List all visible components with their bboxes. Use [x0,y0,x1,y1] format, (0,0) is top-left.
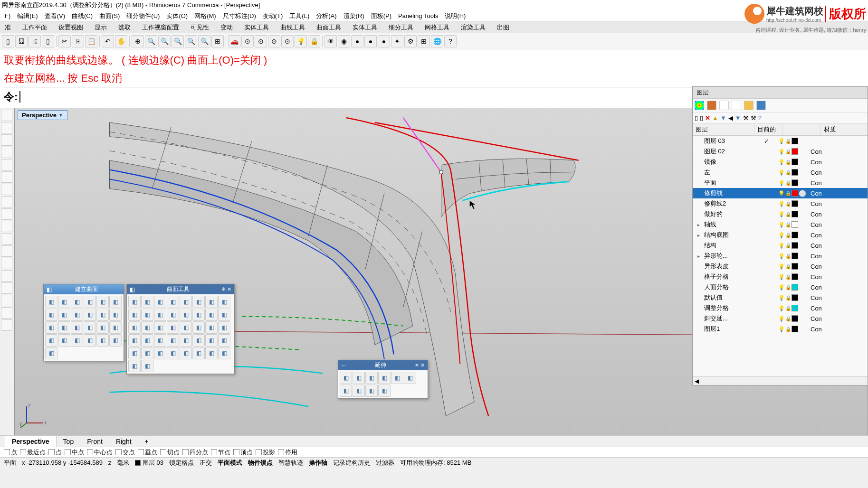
toolbar-button[interactable]: ▯ [42,35,54,47]
layer-state-icons[interactable]: 💡🔒 [778,284,807,291]
layer-state-icons[interactable]: 💡🔒 [778,263,807,270]
panel-tool-icon[interactable]: ◧ [58,334,70,347]
osnap-option[interactable]: 垂点 [138,448,157,457]
osnap-option[interactable]: 点 [48,448,62,457]
delete-layer-icon[interactable]: ✕ [705,114,710,122]
menu-item[interactable]: F) [2,11,13,20]
panel-tool-icon[interactable]: ◧ [128,321,141,334]
osnap-option[interactable]: 节点 [211,448,230,457]
layer-print-icon[interactable] [732,101,741,110]
panel-tool-icon[interactable]: ◧ [218,347,230,359]
panel-tool-icon[interactable]: ◧ [180,309,192,321]
layer-material[interactable]: Con [807,326,868,333]
header-material[interactable]: 材质 [821,124,854,135]
viewport-tab[interactable]: Top [57,436,81,447]
toolbar-button[interactable]: 🔍 [158,35,171,47]
tool-tab[interactable]: 可见性 [191,23,209,32]
panel-tool-icon[interactable]: ◧ [141,360,153,372]
toolbar-button[interactable]: 🔍 [198,35,210,47]
layer-color-swatch[interactable] [792,190,798,197]
panel-tool-icon[interactable]: ◧ [96,321,109,334]
status-gumball[interactable]: 操作轴 [309,459,327,467]
status-plane[interactable]: 平面 [4,459,16,467]
tool-tab[interactable]: 显示 [95,23,107,32]
toolbar-button[interactable]: ⊙ [268,35,280,47]
tool-tab[interactable]: 工作平面 [22,23,47,32]
panel-tool-icon[interactable]: ◧ [45,321,57,334]
layer-color-swatch[interactable] [792,232,798,238]
toolbar-button[interactable]: ◉ [338,35,350,47]
panel-tool-icon[interactable]: ◧ [192,296,205,308]
layer-row[interactable]: ▸异形轮...💡🔒Con [693,251,868,261]
tool-tab[interactable]: 准 [5,23,11,32]
status-history[interactable]: 记录建构历史 [333,459,370,467]
layer-material[interactable]: Con [807,253,868,260]
panel-tool-icon[interactable]: ◧ [128,334,141,347]
panel-tool-icon[interactable]: ◧ [378,372,391,384]
toolbar-button[interactable]: ● [364,35,377,47]
panel-tool-icon[interactable]: ◧ [141,334,153,347]
layer-state-icons[interactable]: 💡🔒 [778,242,807,249]
layer-row[interactable]: 修剪线2💡🔒Con [693,198,868,209]
layer-material[interactable]: Con [807,273,868,281]
viewport-tab[interactable]: Perspective [5,436,57,447]
toolbar-button[interactable]: ⊙ [255,35,267,47]
new-layer-icon[interactable]: ▯ [695,114,698,122]
side-tool-button[interactable] [1,171,12,183]
checkbox-icon[interactable] [160,449,166,455]
help-icon[interactable]: ? [758,114,762,122]
menu-item[interactable]: Paneling Tools [395,11,441,20]
layers-panel[interactable]: 图层 ▯ ▯ ✕ ▲ ▼ ◀ ▼ ⚒ ⚒ ? 图层 目前的 材质 图层 03✓💡… [692,86,868,385]
side-tool-button[interactable] [1,282,12,294]
layer-linetype-icon[interactable] [719,101,729,110]
layer-material[interactable]: Con [807,242,868,249]
panel-tool-icon[interactable]: ◧ [109,309,122,321]
layers-hscroll[interactable]: ◀ [693,376,868,385]
layer-row[interactable]: 左💡🔒Con [693,167,868,178]
layer-material[interactable]: Con [807,211,868,218]
layer-state-icons[interactable]: 💡🔒 [778,211,807,217]
status-unit[interactable]: 毫米 [117,459,129,467]
chevron-down-icon[interactable]: ▼ [58,113,63,118]
side-tool-button[interactable] [1,245,12,257]
panel-tool-icon[interactable]: ◧ [205,334,218,347]
toolbar-button[interactable]: ⊞ [211,35,224,47]
panel-tool-icon[interactable]: ◧ [391,372,403,384]
toolbar-button[interactable]: 🖫 [15,35,28,47]
settings-icon[interactable] [756,101,766,110]
add-viewport-tab[interactable]: + [138,436,155,447]
panel-tool-icon[interactable]: ◧ [167,334,179,347]
layer-state-icons[interactable]: 💡🔒 [778,273,807,280]
panel-tool-icon[interactable]: ◧ [218,296,230,308]
status-smart[interactable]: 智慧轨迹 [278,459,303,467]
layer-state-icons[interactable]: 💡🔒 [778,159,807,165]
checkbox-icon[interactable] [138,449,144,455]
toolbar-button[interactable]: ✂ [58,35,71,47]
toolbar-button[interactable]: ⊙ [241,35,254,47]
checkbox-icon[interactable] [4,449,10,455]
side-tool-button[interactable] [1,110,12,121]
panel-tool-icon[interactable]: ◧ [378,385,391,397]
panel-tool-icon[interactable]: ◧ [154,334,166,347]
layer-row[interactable]: 平面💡🔒Con [693,178,868,188]
layer-material[interactable]: Con [807,190,868,197]
expand-icon[interactable]: ▸ [695,233,702,238]
panel-tool-icon[interactable]: ◧ [141,296,153,308]
panel-back-icon[interactable]: ← [341,362,347,369]
toolbar-button[interactable]: ✦ [391,35,403,47]
layer-material[interactable]: Con [807,179,868,187]
checkbox-icon[interactable] [233,449,239,455]
toolbar-button[interactable]: ↶ [102,35,114,47]
layer-color-swatch[interactable] [792,305,798,311]
layer-state-icons[interactable]: 💡🔒⚪ [778,190,807,197]
osnap-option[interactable]: 停用 [278,448,297,457]
menu-item[interactable]: 编辑(E) [14,11,40,21]
layer-row[interactable]: 做好的💡🔒Con [693,209,868,219]
panel-tool-icon[interactable]: ◧ [167,296,179,308]
layer-material[interactable]: Con [807,200,868,207]
layer-state-icons[interactable]: 💡🔒 [778,294,807,301]
side-tool-button[interactable] [1,258,12,269]
layer-material[interactable]: Con [807,159,868,166]
toolbar-button[interactable]: 🌐 [431,35,443,47]
layer-color-swatch[interactable] [792,179,798,186]
